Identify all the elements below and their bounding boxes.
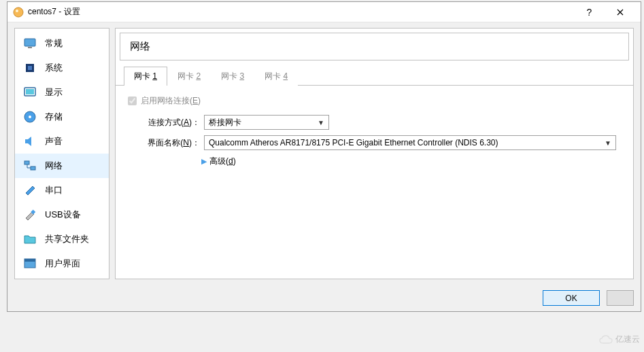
- window-title: centos7 - 设置: [28, 6, 574, 18]
- svg-rect-2: [24, 39, 35, 46]
- tab-adapter-3[interactable]: 网卡 3: [211, 67, 254, 86]
- triangle-right-icon: ▶: [201, 157, 207, 166]
- svg-rect-7: [26, 89, 34, 94]
- tab-adapter-4[interactable]: 网卡 4: [254, 67, 298, 86]
- sidebar-item-display[interactable]: 显示: [15, 80, 109, 105]
- sidebar-item-system[interactable]: 系统: [15, 56, 109, 80]
- settings-content: 网络 网卡 1 网卡 2 网卡 3 网卡 4 启用网络连接(E) 连接方式(A)…: [115, 28, 634, 279]
- sidebar-item-label: 网络: [45, 160, 63, 172]
- tab-adapter-1[interactable]: 网卡 1: [124, 67, 167, 86]
- tab-adapter-2[interactable]: 网卡 2: [167, 67, 211, 86]
- interface-select-value: Qualcomm Atheros AR8171/8175 PCI-E Gigab…: [209, 138, 498, 147]
- sidebar-item-label: 用户界面: [45, 258, 80, 270]
- ui-icon: [23, 257, 37, 270]
- svg-rect-5: [28, 66, 32, 70]
- svg-rect-3: [28, 47, 32, 48]
- watermark: 亿速云: [599, 334, 640, 345]
- sidebar-item-serial[interactable]: 串口: [15, 178, 109, 203]
- app-icon: [13, 7, 24, 18]
- titlebar: centos7 - 设置 ?: [7, 2, 641, 22]
- advanced-expander[interactable]: ▶ 高级(d): [201, 156, 621, 167]
- interface-select[interactable]: Qualcomm Atheros AR8171/8175 PCI-E Gigab…: [204, 135, 616, 150]
- panel-title: 网络: [120, 33, 629, 60]
- sidebar-item-storage[interactable]: 存储: [15, 105, 109, 129]
- svg-point-9: [29, 116, 31, 118]
- svg-point-1: [16, 10, 18, 12]
- disk-icon: [23, 110, 37, 124]
- sidebar-item-ui[interactable]: 用户界面: [15, 251, 109, 276]
- sidebar-item-label: 显示: [45, 86, 63, 99]
- close-button[interactable]: [605, 3, 635, 22]
- dialog-buttons: OK: [7, 285, 641, 311]
- folder-icon: [23, 232, 37, 246]
- svg-rect-10: [24, 161, 29, 164]
- sidebar-item-shared[interactable]: 共享文件夹: [15, 227, 109, 251]
- usb-icon: [23, 208, 37, 222]
- sidebar-item-label: 串口: [45, 184, 63, 196]
- attach-select-value: 桥接网卡: [209, 117, 241, 128]
- svg-point-0: [14, 7, 23, 17]
- enable-network-input[interactable]: [128, 96, 137, 105]
- help-button[interactable]: ?: [574, 3, 605, 22]
- chip-icon: [23, 61, 37, 75]
- sidebar-item-usb[interactable]: USB设备: [15, 203, 109, 227]
- close-icon: [617, 9, 624, 16]
- chevron-down-icon: ▼: [605, 139, 611, 147]
- sidebar-item-general[interactable]: 常规: [15, 31, 109, 56]
- cancel-button[interactable]: [607, 290, 634, 306]
- sidebar-item-label: 常规: [45, 37, 63, 50]
- sidebar-item-label: 系统: [45, 62, 63, 74]
- category-sidebar: 常规 系统 显示 存储 声音: [14, 28, 109, 279]
- attach-label: 连接方式(A)：: [140, 117, 200, 128]
- speaker-icon: [23, 135, 37, 148]
- sidebar-item-label: 共享文件夹: [45, 233, 89, 245]
- enable-network-checkbox[interactable]: 启用网络连接(E): [128, 95, 621, 107]
- adapter-tabs: 网卡 1 网卡 2 网卡 3 网卡 4: [116, 66, 633, 86]
- serial-icon: [23, 183, 37, 197]
- chevron-down-icon: ▼: [318, 119, 324, 126]
- name-label: 界面名称(N)：: [140, 137, 200, 149]
- monitor-icon: [23, 37, 37, 50]
- svg-rect-14: [24, 259, 35, 262]
- network-icon: [23, 159, 37, 173]
- sidebar-item-label: 声音: [45, 135, 63, 147]
- attach-select[interactable]: 桥接网卡 ▼: [204, 115, 329, 130]
- ok-button[interactable]: OK: [543, 290, 600, 306]
- svg-rect-11: [31, 166, 35, 170]
- sidebar-item-label: 存储: [45, 111, 63, 123]
- sidebar-item-label: USB设备: [45, 209, 81, 221]
- display-icon: [23, 86, 37, 99]
- sidebar-item-network[interactable]: 网络: [15, 154, 109, 178]
- sidebar-item-audio[interactable]: 声音: [15, 129, 109, 154]
